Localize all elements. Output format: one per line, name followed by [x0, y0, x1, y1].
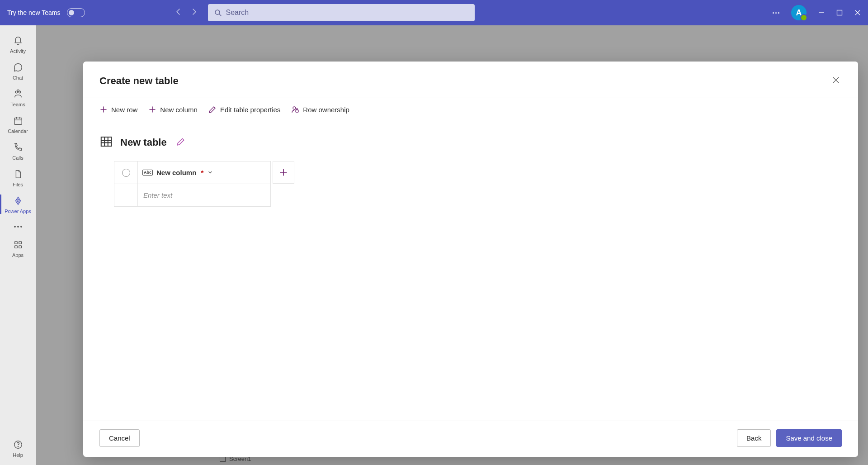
- try-new-teams-label: Try the new Teams: [7, 9, 61, 16]
- phone-icon: [13, 142, 24, 153]
- header-row: Abc New column *: [114, 161, 271, 184]
- svg-rect-9: [14, 246, 17, 248]
- svg-rect-2: [837, 10, 842, 15]
- create-table-dialog: Create new table New row New column: [83, 62, 858, 457]
- main-area: Screen1 Create new table New row New col…: [36, 25, 868, 465]
- rail-label: Help: [13, 452, 23, 458]
- rail-label: Calendar: [8, 128, 28, 134]
- dialog-body: New table Abc New column: [83, 121, 858, 421]
- search-box[interactable]: [208, 4, 475, 21]
- window-minimize-icon[interactable]: [818, 9, 825, 16]
- back-button[interactable]: Back: [737, 429, 771, 447]
- svg-point-12: [18, 446, 18, 447]
- try-new-teams-toggle[interactable]: [67, 8, 85, 17]
- row-ownership-button[interactable]: Row ownership: [291, 105, 349, 114]
- rail-item-files[interactable]: Files: [0, 164, 36, 191]
- rail-item-apps[interactable]: Apps: [0, 235, 36, 261]
- teams-titlebar: Try the new Teams A: [0, 0, 868, 25]
- bell-icon: [13, 35, 24, 46]
- power-apps-icon: [13, 195, 24, 206]
- avatar-initial: A: [796, 8, 802, 18]
- rail-label: Activity: [10, 48, 26, 54]
- rail-item-chat[interactable]: Chat: [0, 57, 36, 84]
- window-close-icon[interactable]: [854, 9, 861, 16]
- row-ownership-label: Row ownership: [303, 106, 349, 114]
- titlebar-more-icon[interactable]: [773, 12, 779, 14]
- svg-rect-7: [14, 242, 17, 244]
- data-grid: Abc New column *: [114, 161, 842, 207]
- dialog-header: Create new table: [83, 62, 858, 98]
- svg-rect-15: [101, 137, 112, 146]
- apps-icon: [13, 239, 24, 250]
- row-select-cell[interactable]: [114, 184, 138, 207]
- cancel-button[interactable]: Cancel: [99, 429, 140, 447]
- pencil-icon: [208, 105, 217, 114]
- svg-rect-6: [14, 118, 22, 125]
- radio-icon: [122, 169, 130, 177]
- rail-label: Calls: [12, 155, 23, 161]
- svg-rect-14: [296, 110, 298, 112]
- table-name-row: New table: [99, 135, 842, 150]
- left-rail: Activity Chat Teams Calendar Calls Files: [0, 25, 36, 465]
- teams-icon: [13, 89, 24, 100]
- person-lock-icon: [291, 105, 299, 114]
- plus-icon: [148, 105, 156, 114]
- help-icon: [13, 439, 24, 450]
- svg-point-5: [17, 90, 19, 92]
- plus-icon: [99, 105, 108, 114]
- rail-label: Teams: [10, 102, 25, 107]
- search-input[interactable]: [226, 9, 468, 17]
- column-header[interactable]: Abc New column *: [138, 161, 271, 184]
- svg-rect-10: [19, 246, 21, 248]
- dialog-footer: Cancel Back Save and close: [83, 421, 858, 457]
- window-maximize-icon[interactable]: [836, 9, 843, 16]
- dialog-title: Create new table: [99, 75, 179, 87]
- nav-forward-icon[interactable]: [192, 8, 197, 17]
- cell-text-input[interactable]: [138, 184, 270, 206]
- rail-item-calls[interactable]: Calls: [0, 138, 36, 164]
- text-type-icon: Abc: [142, 170, 153, 176]
- rail-more-icon[interactable]: [14, 220, 22, 233]
- edit-table-name-icon[interactable]: [177, 138, 185, 147]
- try-new-teams-group: Try the new Teams: [7, 8, 85, 17]
- new-row-label: New row: [111, 106, 137, 114]
- edit-table-properties-button[interactable]: Edit table properties: [208, 105, 280, 114]
- add-column-button[interactable]: [273, 161, 294, 184]
- rail-item-power-apps[interactable]: Power Apps: [0, 191, 36, 218]
- grid-table: Abc New column *: [114, 161, 271, 207]
- dialog-close-icon[interactable]: [830, 74, 842, 88]
- file-icon: [13, 169, 24, 180]
- svg-point-13: [293, 107, 296, 109]
- rail-item-activity[interactable]: Activity: [0, 31, 36, 57]
- avatar[interactable]: A: [791, 5, 807, 20]
- table-row: [114, 184, 271, 207]
- rail-label: Chat: [13, 75, 23, 81]
- select-all-cell[interactable]: [114, 161, 138, 184]
- svg-rect-8: [19, 242, 21, 244]
- search-icon: [214, 9, 222, 16]
- rail-label: Power Apps: [5, 209, 31, 214]
- column-header-label: New column: [156, 169, 196, 176]
- history-nav: [175, 8, 197, 17]
- rail-item-help[interactable]: Help: [0, 435, 36, 461]
- edit-props-label: Edit table properties: [220, 106, 280, 114]
- save-and-close-button[interactable]: Save and close: [776, 429, 842, 447]
- chevron-down-icon: [208, 170, 212, 176]
- rail-item-teams[interactable]: Teams: [0, 84, 36, 111]
- rail-label: Files: [13, 182, 23, 187]
- dialog-toolbar: New row New column Edit table properties…: [83, 98, 858, 121]
- chat-icon: [13, 62, 24, 73]
- new-column-label: New column: [160, 106, 198, 114]
- table-icon: [99, 135, 113, 150]
- new-column-button[interactable]: New column: [148, 105, 198, 114]
- rail-item-calendar[interactable]: Calendar: [0, 111, 36, 138]
- data-cell[interactable]: [138, 184, 271, 207]
- table-name-label: New table: [120, 137, 167, 148]
- new-row-button[interactable]: New row: [99, 105, 137, 114]
- rail-label: Apps: [12, 252, 24, 258]
- required-indicator: *: [201, 169, 203, 176]
- titlebar-right-group: A: [773, 5, 861, 20]
- calendar-icon: [13, 115, 24, 126]
- nav-back-icon[interactable]: [175, 8, 181, 17]
